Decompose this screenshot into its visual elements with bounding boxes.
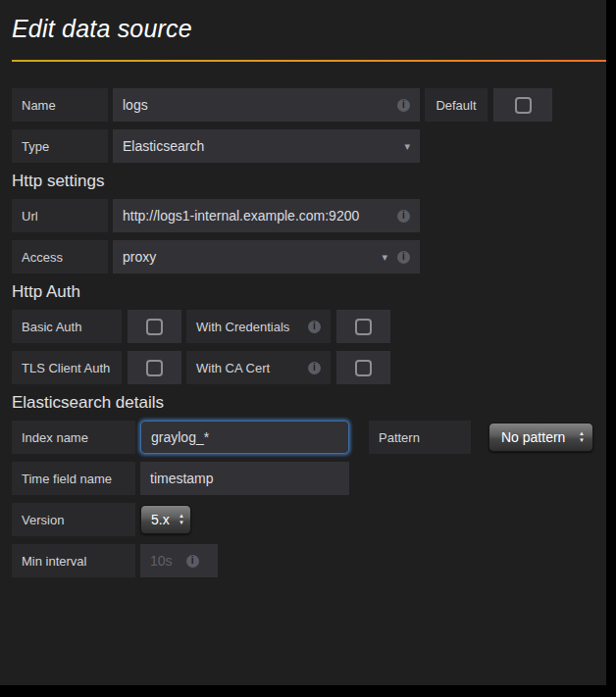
with-ca-cert-checkbox-box[interactable]	[336, 351, 390, 384]
info-icon[interactable]: i	[308, 321, 321, 333]
brand-divider	[12, 60, 606, 62]
es-details-form: Index name graylog_* Pattern No pattern …	[12, 421, 606, 577]
chevron-down-icon: ▾	[404, 141, 410, 152]
chevron-down-icon: ▾	[382, 252, 387, 263]
updown-arrows-icon: ▲ ▼	[171, 513, 184, 525]
access-select[interactable]: proxy ▾ i	[113, 240, 420, 274]
with-credentials-checkbox-box[interactable]	[336, 310, 390, 343]
http-settings-form: Url http://logs1-internal.example.com:92…	[12, 199, 606, 274]
version-select[interactable]: 5.x ▲ ▼	[140, 505, 191, 534]
basic-auth-checkbox-box[interactable]	[128, 310, 181, 343]
url-input[interactable]: http://logs1-internal.example.com:9200 i	[113, 199, 420, 232]
access-row: Access proxy ▾ i	[12, 240, 606, 274]
time-field-row: Time field name timestamp	[12, 462, 606, 495]
default-checkbox-box[interactable]	[493, 88, 552, 122]
with-credentials-checkbox[interactable]	[355, 319, 372, 335]
with-credentials-label: With Credentials i	[186, 310, 331, 343]
pattern-select-value: No pattern	[501, 429, 565, 445]
type-select[interactable]: Elasticsearch ▾	[113, 129, 420, 163]
type-label: Type	[12, 129, 108, 163]
http-auth-form: Basic Auth With Credentials i TLS Client…	[12, 310, 606, 384]
index-name-input[interactable]: graylog_*	[140, 421, 349, 454]
basic-auth-row: Basic Auth With Credentials i	[12, 310, 606, 343]
name-label: Name	[12, 88, 108, 122]
version-label: Version	[12, 503, 135, 536]
min-interval-row: Min interval 10s i	[12, 544, 606, 577]
type-row: Type Elasticsearch ▾	[12, 129, 606, 163]
info-icon[interactable]: i	[186, 555, 199, 568]
pattern-select[interactable]: No pattern ▲ ▼	[488, 423, 593, 452]
url-row: Url http://logs1-internal.example.com:92…	[12, 199, 606, 232]
access-select-value: proxy	[123, 249, 374, 265]
basic-auth-checkbox[interactable]	[146, 319, 163, 335]
type-select-value: Elasticsearch	[123, 138, 396, 154]
index-name-row: Index name graylog_* Pattern No pattern …	[12, 421, 606, 454]
min-interval-placeholder: 10s	[150, 553, 173, 569]
tls-client-auth-checkbox[interactable]	[146, 360, 163, 376]
page-title: Edit data source	[12, 12, 606, 45]
with-ca-cert-label: With CA Cert i	[186, 351, 331, 384]
version-row: Version 5.x ▲ ▼	[12, 503, 606, 536]
with-ca-cert-label-text: With CA Cert	[196, 361, 308, 375]
top-form: Name logs i Default Type Elasticsearch ▾	[12, 88, 606, 163]
info-icon[interactable]: i	[397, 99, 410, 112]
arrow-up-icon: ▲	[179, 513, 184, 520]
name-input-value: logs	[123, 97, 397, 113]
edit-data-source-page: Edit data source Name logs i Default Typ…	[0, 0, 606, 685]
tls-client-auth-row: TLS Client Auth With CA Cert i	[12, 351, 606, 384]
with-ca-cert-checkbox[interactable]	[355, 360, 372, 376]
arrow-up-icon: ▲	[579, 430, 585, 437]
arrow-down-icon: ▼	[179, 520, 184, 526]
index-name-label: Index name	[12, 421, 135, 454]
with-credentials-label-text: With Credentials	[196, 320, 308, 334]
min-interval-label: Min interval	[12, 544, 135, 577]
arrow-down-icon: ▼	[579, 437, 585, 444]
name-row: Name logs i Default	[12, 88, 606, 122]
time-field-input-value: timestamp	[150, 471, 339, 486]
http-settings-heading: Http settings	[12, 171, 606, 192]
info-icon[interactable]: i	[308, 362, 321, 374]
access-label: Access	[12, 240, 108, 274]
http-auth-heading: Http Auth	[12, 281, 606, 303]
default-label: Default	[425, 88, 488, 122]
version-select-value: 5.x	[151, 512, 170, 527]
url-label: Url	[12, 199, 108, 232]
index-name-input-value: graylog_*	[151, 429, 338, 445]
url-input-value: http://logs1-internal.example.com:9200	[123, 208, 397, 224]
time-field-label: Time field name	[12, 462, 135, 495]
name-input[interactable]: logs i	[113, 88, 420, 122]
time-field-input[interactable]: timestamp	[140, 462, 349, 495]
tls-client-auth-checkbox-box[interactable]	[128, 351, 181, 384]
pattern-label: Pattern	[369, 421, 471, 454]
updown-arrows-icon: ▲ ▼	[571, 430, 585, 443]
default-checkbox[interactable]	[515, 97, 532, 114]
info-icon[interactable]: i	[397, 251, 410, 264]
es-details-heading: Elasticsearch details	[12, 392, 606, 414]
info-icon[interactable]: i	[397, 210, 410, 223]
min-interval-input[interactable]: 10s i	[140, 544, 218, 577]
tls-client-auth-label: TLS Client Auth	[12, 351, 122, 384]
basic-auth-label: Basic Auth	[12, 310, 122, 343]
